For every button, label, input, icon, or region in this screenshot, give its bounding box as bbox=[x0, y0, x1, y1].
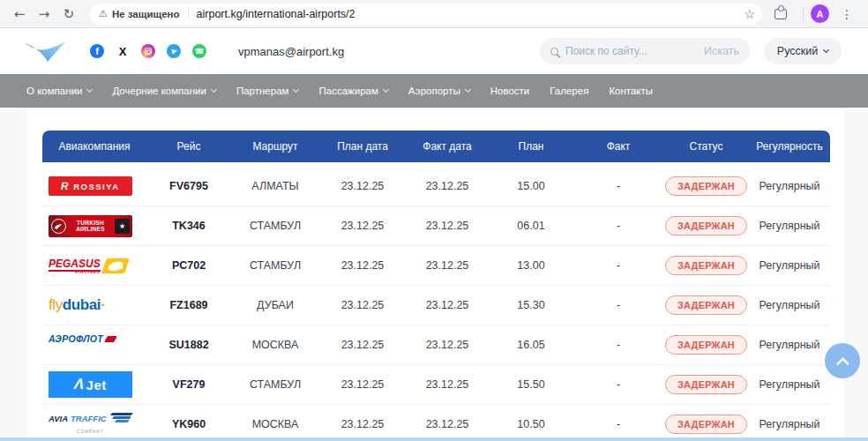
table-row-aeroflot[interactable]: АЭРОФЛОТ SU1882 МОСКВА 23.12.25 23.12.25… bbox=[42, 325, 830, 365]
table-row-pegasus[interactable]: PEGASUS AIRLINES PC702 СТАМБУЛ 23.12.25 … bbox=[42, 246, 830, 286]
telegram-icon[interactable] bbox=[167, 44, 181, 58]
pegasus-wing-icon bbox=[101, 258, 130, 273]
flights-table: Авиакомпания Рейс Маршрут План дата Факт… bbox=[42, 131, 830, 441]
fact-date: 23.12.25 bbox=[406, 259, 489, 272]
rossiya-emblem-icon: R bbox=[60, 180, 71, 192]
col-header-route: Маршрут bbox=[231, 140, 319, 153]
col-header-fact-date: Факт дата bbox=[406, 140, 489, 153]
col-header-status: Статус bbox=[663, 140, 749, 153]
status-badge: ЗАДЕРЖАН bbox=[665, 176, 747, 196]
chevron-down-icon bbox=[293, 86, 299, 93]
site-header: f X ☎ vpmanas@airport.kg Искать Русский bbox=[0, 28, 868, 74]
search-button[interactable]: Искать bbox=[695, 45, 739, 57]
airline-logo-cell: TURKISHAIRLINES ★ bbox=[42, 215, 146, 237]
language-selector[interactable]: Русский bbox=[764, 38, 842, 64]
nav-item-subsidiaries[interactable]: Дочерние компании bbox=[112, 86, 216, 96]
turkish-anniversary-icon: ★ bbox=[115, 219, 130, 234]
plan-date: 23.12.25 bbox=[319, 180, 406, 192]
security-chip[interactable]: ⚠ Не защищено bbox=[99, 8, 189, 19]
status-cell: ЗАДЕРЖАН bbox=[663, 375, 749, 394]
table-body: R ROSSIYA FV6795 АЛМАТЫ 23.12.25 23.12.2… bbox=[42, 162, 830, 441]
regularity: Регулярный bbox=[749, 180, 830, 192]
plan-time: 15.50 bbox=[489, 378, 573, 391]
fact-time: - bbox=[573, 259, 663, 272]
back-icon[interactable]: ← bbox=[7, 6, 32, 22]
table-row-flydubai[interactable]: flydubai· FZ1689 ДУБАИ 23.12.25 23.12.25… bbox=[42, 286, 830, 325]
social-links: f X ☎ bbox=[90, 44, 206, 58]
flight-number: FV6795 bbox=[146, 180, 231, 192]
extensions-icon[interactable] bbox=[774, 9, 787, 19]
ajet-wordmark: Jet bbox=[86, 377, 107, 392]
airline-logo-cell: PEGASUS AIRLINES bbox=[42, 255, 146, 276]
table-row-aviatraffic[interactable]: AVIA TRAFFIC COMPANY YK960 МОСКВА 23.12.… bbox=[42, 405, 830, 441]
aviatraffic-subtext: COMPANY bbox=[77, 430, 104, 434]
fact-date: 23.12.25 bbox=[406, 180, 489, 192]
forward-icon[interactable]: → bbox=[32, 6, 56, 22]
address-bar[interactable]: ⚠ Не защищено airport.kg/international-a… bbox=[90, 4, 762, 25]
nav-item-contacts[interactable]: Контакты bbox=[609, 86, 653, 96]
aeroflot-flag-icon bbox=[104, 336, 117, 342]
nav-item-gallery[interactable]: Галерея bbox=[550, 86, 588, 96]
nav-label: Галерея bbox=[550, 86, 588, 96]
plan-time: 15.30 bbox=[489, 299, 573, 311]
table-row-rossiya[interactable]: R ROSSIYA FV6795 АЛМАТЫ 23.12.25 23.12.2… bbox=[42, 167, 830, 206]
status-badge: ЗАДЕРЖАН bbox=[665, 295, 747, 315]
regularity: Регулярный bbox=[749, 378, 830, 391]
whatsapp-icon[interactable]: ☎ bbox=[192, 44, 206, 58]
chevron-up-icon bbox=[835, 356, 849, 370]
status-badge: ЗАДЕРЖАН bbox=[665, 335, 747, 355]
status-cell: ЗАДЕРЖАН bbox=[663, 216, 749, 235]
flight-number: VF279 bbox=[146, 378, 231, 391]
chevron-down-icon bbox=[211, 86, 217, 93]
chevron-down-icon bbox=[383, 86, 389, 93]
nav-item-about[interactable]: О компании bbox=[26, 86, 92, 96]
aviatraffic-logo: AVIA TRAFFIC COMPANY bbox=[49, 413, 132, 436]
chevron-down-icon bbox=[86, 86, 93, 93]
fact-date: 23.12.25 bbox=[406, 220, 489, 232]
nav-item-airports[interactable]: Аэропорты bbox=[408, 86, 470, 96]
aeroflot-logo: АЭРОФЛОТ bbox=[49, 333, 132, 356]
fact-time: - bbox=[573, 220, 663, 232]
profile-avatar[interactable]: A bbox=[811, 4, 829, 23]
contact-email[interactable]: vpmanas@airport.kg bbox=[238, 45, 344, 58]
status-badge: ЗАДЕРЖАН bbox=[665, 256, 747, 275]
col-header-plan-time: План bbox=[489, 140, 573, 153]
turkish-wordmark: TURKISHAIRLINES bbox=[70, 220, 111, 232]
fact-time: - bbox=[573, 180, 663, 192]
table-row-turkish[interactable]: TURKISHAIRLINES ★ TK346 СТАМБУЛ 23.12.25… bbox=[42, 206, 830, 246]
plan-time: 16.05 bbox=[489, 339, 573, 351]
x-twitter-icon[interactable]: X bbox=[116, 44, 130, 58]
status-cell: ЗАДЕРЖАН bbox=[663, 295, 749, 315]
bookmark-star-icon[interactable]: ☆ bbox=[744, 7, 755, 21]
flight-number: TK346 bbox=[146, 220, 231, 232]
search-input[interactable] bbox=[565, 45, 695, 57]
airport-bird-logo[interactable] bbox=[23, 39, 67, 64]
regularity: Регулярный bbox=[749, 220, 830, 232]
browser-menu-icon[interactable]: ⋮ bbox=[834, 7, 859, 21]
airline-logo-cell: АЭРОФЛОТ bbox=[42, 333, 146, 356]
nav-label: О компании bbox=[26, 86, 82, 96]
search-icon bbox=[550, 48, 558, 56]
scroll-to-top-button[interactable] bbox=[825, 343, 860, 378]
nav-item-news[interactable]: Новости bbox=[490, 86, 530, 96]
instagram-icon[interactable] bbox=[141, 44, 155, 58]
airline-logo-cell: flydubai· bbox=[42, 296, 146, 314]
turkish-airlines-logo: TURKISHAIRLINES ★ bbox=[49, 215, 132, 237]
chevron-down-icon bbox=[465, 86, 471, 93]
flydubai-logo: flydubai· bbox=[49, 296, 105, 314]
plan-date: 23.12.25 bbox=[319, 378, 406, 391]
fact-date: 23.12.25 bbox=[406, 378, 489, 391]
table-row-ajet[interactable]: Λ Jet VF279 СТАМБУЛ 23.12.25 23.12.25 15… bbox=[42, 365, 830, 405]
flight-number: PC702 bbox=[146, 259, 231, 272]
reload-icon[interactable]: ↻ bbox=[56, 6, 81, 22]
route: СТАМБУЛ bbox=[231, 259, 319, 272]
url-text[interactable]: airport.kg/international-airports/2 bbox=[197, 8, 355, 20]
nav-item-partners[interactable]: Партнерам bbox=[236, 86, 299, 96]
nav-item-passengers[interactable]: Пассажирам bbox=[318, 86, 387, 96]
security-label: Не защищено bbox=[112, 9, 180, 19]
toolbar-divider bbox=[803, 7, 804, 21]
route: АЛМАТЫ bbox=[231, 180, 319, 192]
aviatraffic-wordmark2: TRAFFIC bbox=[71, 414, 107, 423]
facebook-icon[interactable]: f bbox=[90, 44, 104, 58]
col-header-fact-time: Факт bbox=[573, 140, 663, 153]
